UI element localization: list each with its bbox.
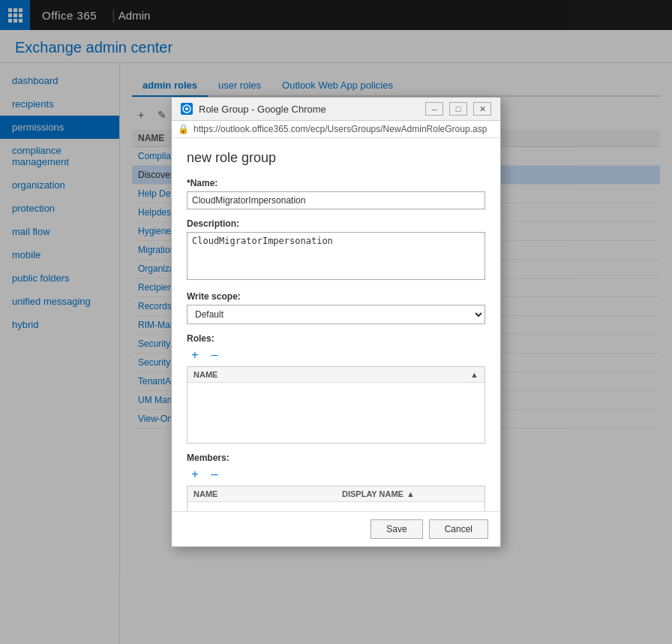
members-toolbar: + – [187,466,485,483]
description-input[interactable] [187,232,485,280]
modal-controls: – □ ✕ [425,102,491,116]
roles-remove-button[interactable]: – [206,347,223,363]
name-input[interactable] [187,191,485,209]
description-label: Description: [187,218,485,229]
svg-point-1 [185,107,188,110]
name-field-group: *Name: [187,178,485,209]
write-scope-select[interactable]: Default [187,305,485,324]
members-sort-icon: ▲ [406,489,415,498]
roles-add-button[interactable]: + [187,347,203,363]
roles-table-header: NAME ▲ [188,367,484,383]
members-add-button[interactable]: + [187,466,203,483]
modal-titlebar: Role Group - Google Chrome – □ ✕ [172,98,500,121]
members-table-container: NAME DISPLAY NAME ▲ [187,486,485,511]
modal-overlay: Role Group - Google Chrome – □ ✕ 🔒 https… [0,0,672,644]
save-button[interactable]: Save [370,519,422,539]
roles-table-body [188,383,484,443]
minimize-button[interactable]: – [425,102,443,116]
address-bar: 🔒 https://outlook.office365.com/ecp/User… [172,121,500,138]
roles-toolbar: + – [187,347,485,363]
chrome-icon [181,103,193,115]
modal-titlebar-left: Role Group - Google Chrome [181,103,326,115]
members-table-body [188,502,484,511]
write-scope-label: Write scope: [187,291,485,302]
roles-column-name: NAME [194,370,218,379]
members-section: Members: + – NAME DISPLAY NAME ▲ [187,453,485,511]
modal-footer: Save Cancel [172,511,500,546]
name-label: *Name: [187,178,485,188]
address-text[interactable]: https://outlook.office365.com/ecp/UsersG… [194,124,487,134]
modal-heading: new role group [187,150,485,166]
members-label: Members: [187,453,485,463]
members-table-header: NAME DISPLAY NAME ▲ [188,486,484,502]
ssl-icon: 🔒 [178,124,189,134]
modal-title: Role Group - Google Chrome [199,104,326,115]
roles-table-container: NAME ▲ [187,366,485,444]
write-scope-field-group: Write scope: Default [187,291,485,324]
members-remove-button[interactable]: – [206,466,223,483]
members-col-name: NAME [188,486,336,501]
description-field-group: Description: [187,218,485,282]
modal-body: new role group *Name: Description: Write… [172,138,500,511]
maximize-button[interactable]: □ [449,102,467,116]
members-col-displayname: DISPLAY NAME ▲ [336,486,484,501]
modal-window: Role Group - Google Chrome – □ ✕ 🔒 https… [171,97,501,547]
roles-section: Roles: + – NAME ▲ [187,333,485,444]
roles-label: Roles: [187,333,485,344]
roles-sort-icon: ▲ [470,370,478,379]
cancel-button[interactable]: Cancel [429,519,488,539]
close-button[interactable]: ✕ [473,102,491,116]
